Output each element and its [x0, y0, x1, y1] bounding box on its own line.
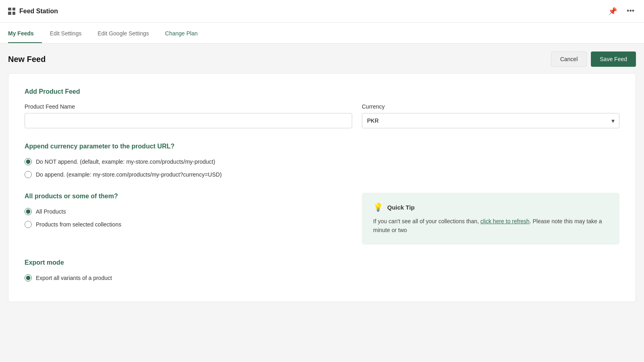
radio-export-all-variants-input[interactable] [25, 274, 32, 282]
lightbulb-icon: 💡 [373, 202, 383, 212]
header: Feed Station 📌 ••• [0, 0, 644, 23]
quick-tip-text-before: If you can't see all of your collections… [373, 218, 481, 224]
page-header: New Feed Cancel Save Feed [8, 51, 636, 67]
radio-all-products-input[interactable] [25, 208, 32, 215]
quick-tip-text: If you can't see all of your collections… [373, 217, 608, 235]
tab-edit-settings[interactable]: Edit Settings [42, 25, 90, 43]
tab-my-feeds[interactable]: My Feeds [8, 25, 42, 43]
radio-do-append-input[interactable] [25, 171, 32, 178]
pin-button[interactable]: 📌 [607, 5, 619, 17]
header-left: Feed Station [8, 8, 58, 15]
add-product-feed-title: Add Product Feed [25, 88, 619, 95]
page-title: New Feed [8, 55, 45, 64]
form-group-product-feed-name: Product Feed Name [25, 103, 352, 128]
radio-selected-collections[interactable]: Products from selected collections [25, 221, 352, 228]
form-row-name-currency: Product Feed Name Currency PKR USD EUR G… [25, 103, 619, 128]
radio-export-all-variants[interactable]: Export all variants of a product [25, 274, 619, 282]
cancel-button[interactable]: Cancel [551, 51, 587, 67]
radio-do-not-append-input[interactable] [25, 158, 32, 165]
content-wrapper: New Feed Cancel Save Feed Add Product Fe… [0, 43, 644, 310]
currency-select-wrapper: PKR USD EUR GBP ▾ [362, 113, 619, 128]
append-currency-section: Append currency parameter to the product… [25, 143, 619, 178]
app-title: Feed Station [19, 8, 58, 15]
main-card: Add Product Feed Product Feed Name Curre… [8, 73, 636, 302]
radio-export-all-variants-label: Export all variants of a product [36, 275, 112, 281]
quick-tip-title: Quick Tip [387, 204, 415, 211]
quick-tip-header: 💡 Quick Tip [373, 202, 608, 212]
export-mode-section: Export mode Export all variants of a pro… [25, 259, 619, 282]
page-header-actions: Cancel Save Feed [551, 51, 636, 67]
radio-selected-collections-label: Products from selected collections [36, 221, 121, 228]
radio-do-not-append-label: Do NOT append. (default, example: my-sto… [36, 158, 215, 165]
product-feed-name-input[interactable] [25, 113, 352, 128]
currency-label: Currency [362, 103, 619, 110]
products-section-left: All products or some of them? All Produc… [25, 193, 352, 245]
all-products-title: All products or some of them? [25, 193, 352, 200]
quick-tip-box: 💡 Quick Tip If you can't see all of your… [362, 193, 619, 245]
tab-edit-google-settings[interactable]: Edit Google Settings [89, 25, 157, 43]
form-group-currency: Currency PKR USD EUR GBP ▾ [362, 103, 619, 128]
save-feed-button[interactable]: Save Feed [591, 51, 636, 67]
radio-do-not-append[interactable]: Do NOT append. (default, example: my-sto… [25, 158, 619, 165]
export-mode-title: Export mode [25, 259, 619, 266]
radio-all-products[interactable]: All Products [25, 208, 352, 215]
nav-tabs: My Feeds Edit Settings Edit Google Setti… [0, 23, 644, 43]
quick-tip-container: 💡 Quick Tip If you can't see all of your… [362, 193, 619, 245]
currency-select[interactable]: PKR USD EUR GBP [362, 113, 619, 128]
radio-selected-collections-input[interactable] [25, 221, 32, 228]
radio-all-products-label: All Products [36, 208, 66, 215]
product-feed-name-label: Product Feed Name [25, 103, 352, 110]
header-right: 📌 ••• [607, 5, 636, 17]
radio-do-append-label: Do append. (example: my-store.com/produc… [36, 171, 222, 178]
refresh-link[interactable]: click here to refresh [481, 218, 530, 224]
app-logo-icon [8, 8, 15, 15]
tab-change-plan[interactable]: Change Plan [157, 25, 206, 43]
append-currency-title: Append currency parameter to the product… [25, 143, 619, 150]
products-section-row: All products or some of them? All Produc… [25, 193, 619, 245]
more-menu-button[interactable]: ••• [625, 5, 636, 17]
radio-do-append[interactable]: Do append. (example: my-store.com/produc… [25, 171, 619, 178]
